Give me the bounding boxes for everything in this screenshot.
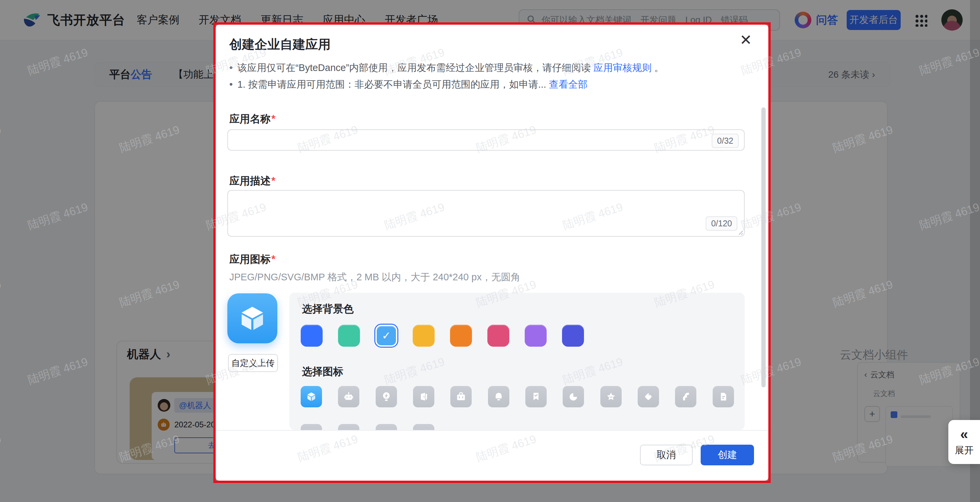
bg-color-swatch-0[interactable] (301, 325, 323, 347)
pie-chart-icon (567, 390, 580, 403)
bell-icon (492, 390, 505, 403)
double-chevron-left-icon: « (960, 427, 968, 441)
create-app-dialog: 创建企业自建应用 ✕ •该应用仅可在“ByteDance”内部使用，应用发布需经… (216, 25, 768, 481)
bg-color-swatch-2-selected[interactable]: ✓ (375, 325, 397, 347)
app-icon-tile-cube[interactable] (301, 386, 322, 407)
app-icon-tile-card[interactable] (338, 424, 360, 430)
wrench-icon (679, 390, 692, 403)
expand-sidebar-tab[interactable]: « 展开 (948, 420, 980, 464)
lightbulb-icon (380, 390, 393, 403)
app-icon-tile-file[interactable] (713, 386, 734, 407)
name-char-counter: 0/32 (712, 133, 739, 148)
app-icon-tile-robot[interactable] (338, 386, 360, 407)
app-icon-tile-pen[interactable] (375, 424, 397, 430)
app-desc-label: 应用描述* (229, 174, 275, 188)
dialog-scrollbar-thumb[interactable] (761, 107, 766, 387)
app-icon-tile-tag[interactable] (638, 386, 659, 407)
app-icon-tile-bulb[interactable] (375, 386, 397, 407)
expand-label: 展开 (955, 444, 974, 457)
robot-icon (342, 390, 355, 403)
briefcase-icon (455, 390, 467, 403)
footer-divider (216, 430, 768, 431)
review-rules-link[interactable]: 应用审核规则 (593, 62, 651, 73)
app-icon-tile-briefcase[interactable] (450, 386, 472, 407)
app-icon-tile-pie[interactable] (563, 386, 584, 407)
notice-line-2: •1. 按需申请应用可用范围：非必要不申请全员可用范围的应用，如申请... 查看… (229, 76, 749, 93)
icon-options-panel: 选择背景色 ✓ 选择图标 (290, 293, 745, 430)
app-name-label: 应用名称* (229, 112, 275, 126)
bullet-icon: • (229, 79, 233, 90)
cancel-button[interactable]: 取消 (640, 445, 693, 465)
resize-handle-icon[interactable] (737, 229, 743, 235)
file-icon (717, 390, 730, 403)
app-icon-label: 应用图标* (229, 253, 275, 266)
select-icon-label: 选择图标 (302, 365, 343, 379)
app-icon-tile-pin[interactable] (413, 424, 434, 430)
bookmark-check-icon (530, 390, 542, 403)
bg-color-swatch-6[interactable] (525, 325, 547, 347)
app-icon-preview (228, 293, 277, 343)
app-desc-textarea[interactable]: 0/120 (228, 190, 745, 237)
bg-color-swatch-4[interactable] (450, 325, 472, 347)
app-icon-tile-bookmark[interactable] (525, 386, 547, 407)
close-icon[interactable]: ✕ (740, 33, 752, 47)
star-icon (605, 390, 617, 403)
bg-color-swatch-5[interactable] (487, 325, 509, 347)
bg-color-swatch-3[interactable] (413, 325, 435, 347)
dialog-title: 创建企业自建应用 (229, 36, 331, 53)
feishu-open-platform-page: 飞书开放平台 客户案例开发文档更新日志应用中心开发者广场 你可以输入文档关键词、… (0, 0, 980, 502)
app-icon-tile-star[interactable] (600, 386, 622, 407)
notice-line-1: •该应用仅可在“ByteDance”内部使用，应用发布需经过企业管理员审核，请仔… (229, 59, 749, 76)
app-icon-hint: JPEG/PNG/SVG/BMP 格式，2 MB 以内，大于 240*240 p… (229, 271, 520, 284)
view-all-link[interactable]: 查看全部 (549, 79, 588, 90)
cube-icon (236, 302, 268, 334)
app-icon-tile-door[interactable] (413, 386, 434, 407)
app-name-input[interactable]: 0/32 (228, 129, 745, 151)
custom-upload-button[interactable]: 自定义上传 (228, 354, 278, 372)
app-icon-tile-bell[interactable] (488, 386, 509, 407)
bg-color-swatch-7[interactable] (562, 325, 584, 347)
create-button[interactable]: 创建 (701, 445, 754, 465)
app-icon-tile-wrench[interactable] (675, 386, 696, 407)
cube-icon (305, 390, 318, 403)
desc-char-counter: 0/120 (706, 216, 737, 231)
bullet-icon: • (229, 62, 233, 73)
tag-icon (642, 390, 655, 403)
app-icon-tile-rocket[interactable] (301, 424, 322, 430)
bg-color-swatch-1[interactable] (338, 325, 360, 347)
bg-color-label: 选择背景色 (302, 302, 354, 316)
door-icon (417, 390, 430, 403)
dialog-notice: •该应用仅可在“ByteDance”内部使用，应用发布需经过企业管理员审核，请仔… (229, 59, 749, 93)
